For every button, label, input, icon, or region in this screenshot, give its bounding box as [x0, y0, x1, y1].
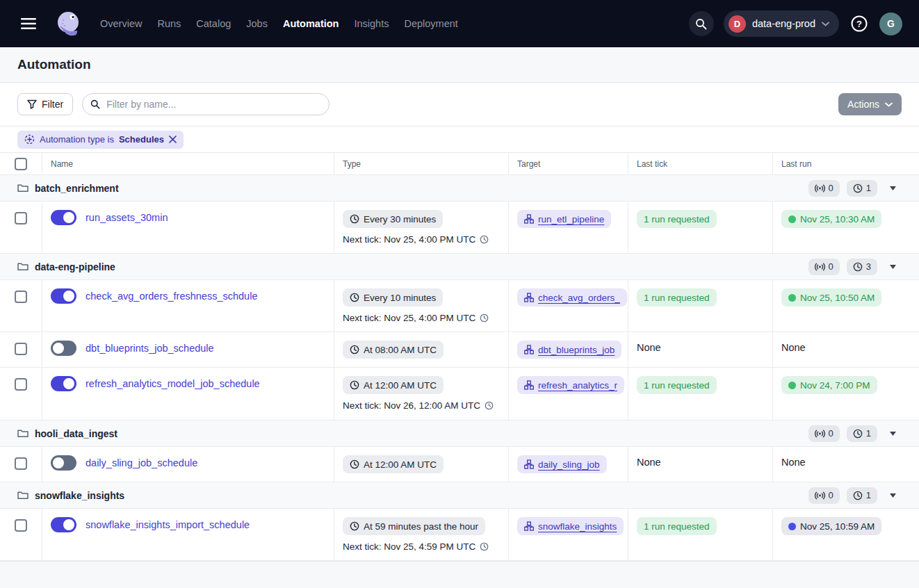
- menu-icon[interactable]: [17, 14, 40, 33]
- table-row: dbt_blueprints_job_schedule At 08:00 AM …: [0, 332, 919, 368]
- nav-item-catalog[interactable]: Catalog: [195, 14, 232, 33]
- last-run-status[interactable]: Nov 25, 10:59 AM: [781, 517, 881, 535]
- nav-item-runs[interactable]: Runs: [156, 14, 182, 33]
- folder-icon: [17, 429, 29, 438]
- caret-down-icon[interactable]: [884, 491, 902, 500]
- column-header-last-run: Last run: [773, 153, 919, 174]
- actions-button[interactable]: Actions: [838, 93, 902, 115]
- folder-icon: [17, 491, 29, 500]
- schedule-type-pill: At 08:00 AM UTC: [343, 341, 444, 359]
- schedule-toggle[interactable]: [51, 517, 76, 532]
- select-all-checkbox[interactable]: [15, 158, 27, 170]
- row-checkbox[interactable]: [15, 212, 27, 224]
- schedule-type-pill: Every 30 minutes: [343, 210, 443, 228]
- actions-button-label: Actions: [847, 99, 879, 110]
- filter-tag-value: Schedules: [119, 134, 164, 145]
- schedule-type-pill: Every 10 minutes: [343, 288, 443, 307]
- row-checkbox[interactable]: [15, 378, 27, 391]
- schedule-toggle[interactable]: [51, 376, 76, 391]
- page-header: Automation: [0, 47, 919, 83]
- filter-button-label: Filter: [42, 99, 63, 110]
- help-button[interactable]: ?: [849, 13, 870, 34]
- last-tick-status[interactable]: 1 run requested: [637, 288, 717, 307]
- dagster-logo[interactable]: [54, 9, 83, 38]
- last-run-none: None: [781, 341, 806, 353]
- group-name: batch_enrichment: [35, 183, 119, 194]
- target-pill[interactable]: daily_sling_job: [517, 455, 607, 473]
- search-button[interactable]: [689, 11, 714, 36]
- schedule-toggle[interactable]: [51, 341, 76, 356]
- nav-item-insights[interactable]: Insights: [352, 14, 390, 33]
- clock-icon: [853, 262, 863, 272]
- clock-icon: [350, 380, 359, 390]
- group-row-data-eng-pipeline[interactable]: data-eng-pipeline 0 3: [0, 254, 919, 280]
- caret-down-icon[interactable]: [884, 183, 902, 193]
- row-checkbox[interactable]: [15, 519, 27, 532]
- last-tick-none: None: [637, 455, 661, 468]
- schedule-name-link[interactable]: check_avg_orders_freshness_schdule: [86, 291, 257, 302]
- last-tick-status[interactable]: 1 run requested: [637, 376, 717, 394]
- column-header-target: Target: [509, 153, 628, 174]
- svg-text:?: ?: [856, 19, 862, 29]
- folder-icon: [17, 183, 29, 193]
- job-graph-icon: [524, 214, 534, 224]
- nav-item-deployment[interactable]: Deployment: [402, 14, 459, 33]
- close-icon[interactable]: [169, 136, 177, 143]
- schedule-name-link[interactable]: run_assets_30min: [86, 212, 168, 223]
- group-row-hooli-data-ingest[interactable]: hooli_data_ingest 0 1: [0, 420, 919, 447]
- schedule-name-link[interactable]: snowflake_insights_import_schedule: [86, 519, 250, 530]
- row-checkbox[interactable]: [15, 343, 27, 355]
- nav-item-jobs[interactable]: Jobs: [245, 14, 269, 33]
- sensor-icon: [815, 184, 825, 193]
- schedule-name-link[interactable]: dbt_blueprints_job_schedule: [86, 343, 214, 354]
- nav-item-automation[interactable]: Automation: [282, 14, 341, 33]
- column-header-name: Name: [42, 153, 334, 174]
- clock-icon: [485, 401, 494, 410]
- name-filter-input[interactable]: [82, 93, 330, 115]
- sensor-count-badge: 0: [808, 180, 840, 197]
- filter-tag-label: Automation type is: [40, 134, 114, 145]
- target-pill[interactable]: snowflake_insights: [517, 517, 624, 535]
- run-status-dot: [788, 215, 796, 223]
- schedule-name-link[interactable]: refresh_analytics_model_job_schedule: [86, 378, 260, 389]
- target-pill[interactable]: run_etl_pipeline: [517, 210, 611, 228]
- schedule-count-badge: 1: [847, 425, 877, 442]
- schedule-type-pill: At 12:00 AM UTC: [343, 455, 444, 473]
- workspace-switcher[interactable]: D data-eng-prod: [724, 10, 839, 37]
- filter-tag-automation-type[interactable]: Automation type is Schedules: [17, 131, 184, 149]
- schedule-name-link[interactable]: daily_sling_job_schedule: [86, 457, 197, 468]
- nav-item-overview[interactable]: Overview: [99, 14, 143, 33]
- last-tick-status[interactable]: 1 run requested: [637, 210, 717, 228]
- filter-button[interactable]: Filter: [17, 93, 73, 115]
- last-run-status[interactable]: Nov 25, 10:30 AM: [781, 210, 881, 228]
- schedule-toggle[interactable]: [51, 455, 76, 471]
- group-row-batch-enrichment[interactable]: batch_enrichment 0 1: [0, 175, 919, 202]
- table-row: run_assets_30min Every 30 minutes Next t…: [0, 202, 919, 254]
- group-row-snowflake-insights[interactable]: snowflake_insights 0 1: [0, 482, 919, 509]
- last-run-status[interactable]: Nov 25, 10:50 AM: [781, 288, 881, 307]
- schedule-count-badge: 3: [847, 259, 877, 275]
- target-pill[interactable]: check_avg_orders_: [517, 288, 627, 307]
- last-run-none: None: [781, 455, 806, 468]
- clock-icon: [853, 183, 863, 193]
- schedule-toggle[interactable]: [51, 288, 76, 304]
- target-pill[interactable]: dbt_blueprints_job: [517, 341, 621, 359]
- row-checkbox[interactable]: [15, 291, 27, 303]
- row-checkbox[interactable]: [15, 457, 27, 470]
- clock-icon: [350, 459, 359, 469]
- caret-down-icon[interactable]: [884, 262, 902, 272]
- caret-down-icon[interactable]: [884, 429, 902, 439]
- target-pill[interactable]: refresh_analytics_r: [517, 376, 624, 394]
- user-avatar[interactable]: G: [879, 13, 902, 35]
- search-icon: [90, 99, 100, 109]
- name-filter: [82, 93, 330, 115]
- schedule-toggle[interactable]: [51, 210, 76, 225]
- table-row: check_avg_orders_freshness_schdule Every…: [0, 280, 919, 332]
- last-run-status[interactable]: Nov 24, 7:00 PM: [781, 376, 877, 394]
- clock-icon: [480, 542, 489, 551]
- next-tick: Next tick: Nov 25, 4:00 PM UTC: [343, 313, 489, 323]
- group-name: snowflake_insights: [35, 490, 124, 501]
- help-icon: ?: [850, 15, 868, 33]
- last-tick-status[interactable]: 1 run requested: [637, 517, 717, 535]
- active-filters-row: Automation type is Schedules: [0, 126, 919, 153]
